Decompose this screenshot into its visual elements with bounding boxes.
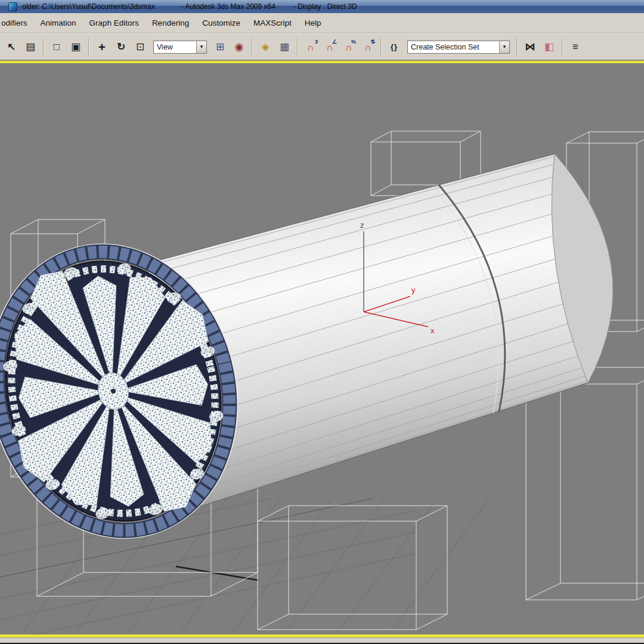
angle-badge: ∠ — [332, 39, 337, 45]
snaps-cube-button[interactable]: ▦ — [275, 38, 293, 56]
snap-3d-badge: 3 — [315, 39, 318, 45]
window-crossing-button[interactable]: ▣ — [67, 38, 85, 56]
chevron-down-icon[interactable]: ▼ — [499, 41, 509, 53]
select-object-icon: ↖ — [7, 42, 16, 52]
menu-graph-editors[interactable]: Graph Editors — [83, 13, 145, 33]
selection-set-value: Create Selection Set — [408, 43, 499, 51]
toolbar-separator — [562, 38, 563, 56]
window-titlebar[interactable]: older: C:\Users\Yusuf\Documents\3dsmax -… — [0, 0, 644, 13]
menu-help[interactable]: Help — [298, 13, 328, 33]
snap-magnet-icon: ∩ — [307, 43, 314, 52]
window-title-display-driver: - Display : Direct 3D — [293, 2, 357, 11]
menu-animation[interactable]: Animation — [34, 13, 83, 33]
menu-modifiers[interactable]: odifiers — [0, 13, 34, 33]
select-move-button[interactable]: + — [93, 38, 111, 56]
window-title-app: - Autodesk 3ds Max 2009 x64 — [181, 2, 275, 11]
window-crossing-icon: ▣ — [71, 42, 80, 52]
mirror-icon: ⋈ — [525, 42, 535, 52]
rectangular-selection-button[interactable]: □ — [48, 38, 66, 56]
toolbar-separator — [380, 38, 382, 56]
select-scale-button[interactable]: ⊡ — [131, 38, 149, 56]
menu-maxscript[interactable]: MAXScript — [247, 13, 298, 33]
reference-coordinate-button[interactable]: ⊞ — [211, 38, 229, 56]
snaps-toggle-button[interactable]: ∩3 — [302, 38, 320, 56]
window-title-path: older: C:\Users\Yusuf\Documents\3dsmax — [22, 2, 155, 11]
layer-manager-icon: ≡ — [572, 42, 578, 52]
axis-z-label: z — [360, 221, 364, 230]
chevron-down-icon[interactable]: ▼ — [196, 41, 206, 53]
status-strip — [0, 637, 644, 644]
percent-snap-button[interactable]: ∩% — [340, 38, 358, 56]
toolbar-separator — [516, 38, 518, 56]
named-selection-sets-icon: {} — [391, 43, 398, 51]
rectangular-selection-icon: □ — [54, 42, 60, 52]
select-rotate-button[interactable]: ↻ — [112, 38, 130, 56]
select-scale-icon: ⊡ — [136, 42, 144, 52]
viewport-container[interactable]: z y x — [0, 63, 644, 634]
align-button[interactable]: ◧ — [540, 38, 558, 56]
pivot-center-button[interactable]: ◉ — [230, 38, 248, 56]
select-by-name-icon: ▤ — [26, 42, 35, 52]
angle-snap-button[interactable]: ∩∠ — [321, 38, 339, 56]
toolbar-separator — [88, 38, 89, 56]
menu-bar: odifiers Animation Graph Editors Renderi… — [0, 13, 644, 33]
toolbar-separator — [297, 38, 298, 56]
layer-manager-button[interactable]: ≡ — [566, 38, 584, 56]
select-manipulate-icon: ◈ — [261, 42, 269, 52]
spinner-snap-button[interactable]: ∩⇅ — [359, 38, 377, 56]
app-icon — [8, 2, 17, 11]
align-icon: ◧ — [544, 42, 554, 52]
menu-customize[interactable]: Customize — [196, 13, 247, 33]
select-rotate-icon: ↻ — [117, 42, 125, 52]
snaps-cube-icon: ▦ — [280, 42, 289, 52]
menu-rendering[interactable]: Rendering — [145, 13, 196, 33]
select-object-button[interactable]: ↖ — [2, 38, 20, 56]
toolbar-separator — [252, 38, 253, 56]
select-by-name-button[interactable]: ▤ — [21, 38, 39, 56]
spinner-badge: ⇅ — [370, 39, 375, 45]
named-selection-sets-button[interactable]: {} — [385, 38, 403, 56]
reference-coordinate-value: View — [154, 43, 196, 51]
perspective-viewport[interactable]: z y x — [0, 63, 644, 634]
axis-x-label: x — [431, 326, 435, 335]
percent-badge: % — [351, 39, 356, 45]
reference-coordinate-icon: ⊞ — [216, 42, 224, 52]
named-selection-set-dropdown[interactable]: Create Selection Set ▼ — [407, 41, 510, 54]
toolbar-separator — [43, 38, 44, 56]
select-move-icon: + — [98, 41, 106, 53]
main-toolbar: ↖ ▤ □ ▣ + ↻ ⊡ View ▼ ⊞ ◉ ◈ ▦ ∩3 ∩∠ ∩% ∩⇅… — [0, 33, 644, 60]
axis-y-label: y — [411, 286, 416, 295]
reference-coordinate-dropdown[interactable]: View ▼ — [153, 41, 207, 54]
select-manipulate-button[interactable]: ◈ — [256, 38, 274, 56]
mirror-button[interactable]: ⋈ — [521, 38, 539, 56]
pivot-center-icon: ◉ — [235, 42, 244, 52]
